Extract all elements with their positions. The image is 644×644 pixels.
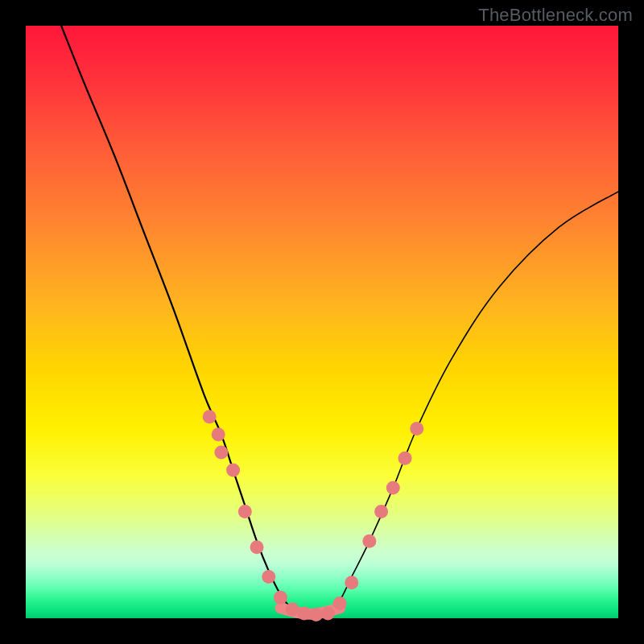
highlight-dot [286,602,299,616]
highlight-dot [250,540,264,554]
highlight-dot [398,452,412,465]
highlight-dot [362,535,376,548]
curve-left [61,26,304,615]
highlight-dot [297,607,311,621]
highlight-dots [203,410,424,621]
highlight-dot [345,576,358,589]
highlight-dot [386,481,400,495]
curve-right [304,192,618,616]
chart-stage: TheBottleneck.com [0,0,644,644]
highlight-dot [333,597,347,610]
highlight-dot [274,591,287,605]
highlight-dot [212,427,225,441]
highlight-dot [214,445,228,459]
attribution-text: TheBottleneck.com [478,5,633,26]
highlight-dot [321,607,335,621]
highlight-dot [226,464,240,477]
highlight-dot [238,505,252,518]
highlight-dot [309,608,323,621]
highlight-dot [410,422,423,436]
highlight-dot [203,410,217,423]
curve-layer [26,26,618,618]
highlight-dot [374,505,388,518]
highlight-dot [262,570,275,584]
plot-area [26,26,618,618]
